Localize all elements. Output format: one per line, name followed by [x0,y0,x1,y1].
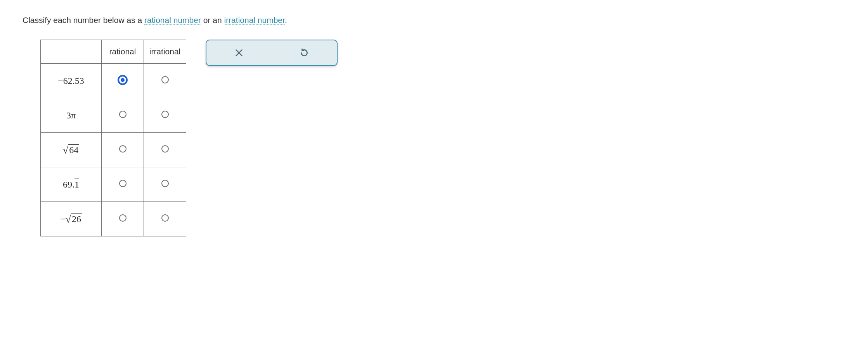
radio-cell-rational [102,64,144,98]
undo-icon [299,48,309,58]
radio-rational[interactable] [119,111,126,118]
header-irrational: irrational [144,40,186,64]
answer-toolbar [206,40,338,66]
radio-rational[interactable] [119,145,126,153]
table-row: −62.53 [41,64,186,98]
radio-rational[interactable] [119,180,126,187]
header-empty [41,40,102,64]
question-prompt: Classify each number below as a rational… [23,16,852,25]
radio-cell-rational [102,202,144,236]
number-cell: −62.53 [41,64,102,98]
clear-button[interactable] [206,40,272,65]
radio-irrational[interactable] [161,180,169,187]
radio-cell-rational [102,98,144,133]
radio-irrational[interactable] [161,111,169,118]
close-icon [234,48,244,58]
radio-rational[interactable] [119,214,126,222]
header-rational: rational [102,40,144,64]
table-row: 64 [41,133,186,167]
radio-cell-irrational [144,98,186,133]
prompt-text-prefix: Classify each number below as a [23,16,144,24]
number-cell: 3π [41,98,102,133]
radio-irrational[interactable] [161,214,169,222]
radio-irrational[interactable] [161,76,169,83]
radio-cell-rational [102,133,144,167]
table-body: −62.533π6469.1−26 [41,64,186,236]
reset-button[interactable] [272,40,337,65]
radio-cell-irrational [144,167,186,202]
number-cell: −26 [41,202,102,236]
radio-cell-rational [102,167,144,202]
link-rational-number[interactable]: rational number [144,16,201,25]
classification-table: rational irrational −62.533π6469.1−26 [40,40,186,236]
number-cell: 64 [41,133,102,167]
radio-irrational[interactable] [161,145,169,153]
radio-cell-irrational [144,64,186,98]
prompt-text-mid: or an [201,16,224,24]
number-cell: 69.1 [41,167,102,202]
radio-cell-irrational [144,133,186,167]
table-row: −26 [41,202,186,236]
table-row: 69.1 [41,167,186,202]
table-row: 3π [41,98,186,133]
prompt-text-suffix: . [285,16,287,24]
radio-cell-irrational [144,202,186,236]
radio-rational[interactable] [118,75,128,85]
link-irrational-number[interactable]: irrational number [224,16,284,25]
